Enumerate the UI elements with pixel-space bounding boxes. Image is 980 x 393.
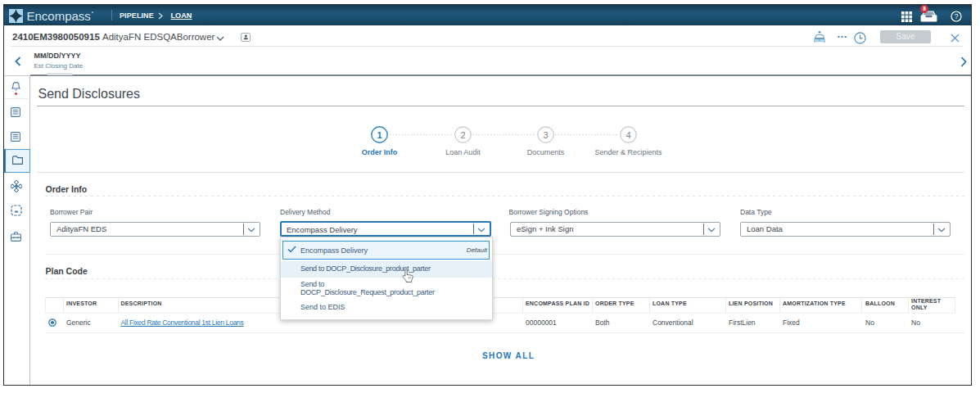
svg-text:1: 1 — [377, 130, 382, 140]
svg-text:Sender & Recipients: Sender & Recipients — [594, 148, 662, 156]
svg-text:Order Info: Order Info — [362, 148, 398, 156]
svg-text:Loan Audit: Loan Audit — [445, 148, 481, 156]
svg-text:4: 4 — [625, 130, 630, 140]
svg-text:2: 2 — [460, 130, 465, 140]
svg-text:Documents: Documents — [527, 148, 565, 156]
svg-text:?: ? — [955, 12, 959, 20]
svg-text:3: 3 — [543, 130, 548, 140]
svg-text:8: 8 — [923, 6, 926, 11]
